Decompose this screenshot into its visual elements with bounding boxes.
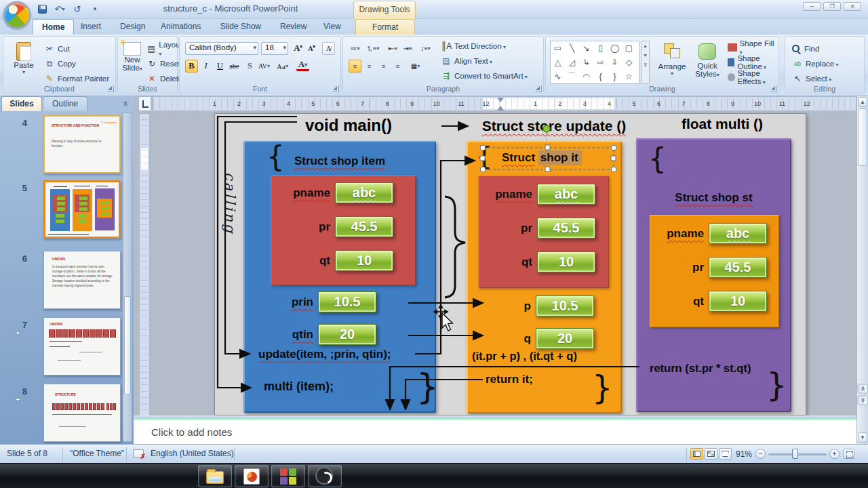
tab-outline-pane[interactable]: Outline (43, 96, 87, 111)
tab-review[interactable]: Review (271, 19, 315, 35)
panel-close-button[interactable]: x (120, 98, 131, 109)
copy-button[interactable]: ⧉Copy (43, 57, 77, 70)
text-calling-annotation[interactable]: calling (222, 172, 238, 235)
paste-button[interactable]: Paste▾ (10, 42, 37, 75)
language-indicator[interactable]: English (United States) (151, 449, 234, 458)
shape-effects-button[interactable]: Shape Effects (726, 70, 778, 83)
notes-pane[interactable]: Click to add notes (134, 418, 856, 444)
shape-gallery-scrollbar[interactable]: ▲▼⊽ (641, 41, 650, 84)
align-center-button[interactable]: ≡ (363, 60, 376, 73)
clipboard-dialog-launcher[interactable] (107, 85, 114, 92)
struct-title-it-selected[interactable]: Struct shop it (502, 151, 622, 165)
slide-thumbnail-5-current[interactable] (43, 180, 121, 239)
text-direction-button[interactable]: ║AText Direction (439, 39, 507, 52)
font-family-combo[interactable]: Calibri (Body) (185, 42, 258, 55)
select-button[interactable]: ↖Select (791, 72, 833, 85)
line-spacing-button[interactable]: ↕≡ (419, 42, 432, 55)
maximize-button[interactable]: ❐ (823, 2, 841, 11)
powerpoint-taskbar-button[interactable] (235, 465, 269, 487)
align-left-button[interactable]: ≡ (349, 60, 361, 73)
scroll-up-button[interactable]: ▲ (858, 97, 867, 107)
slide-show-button[interactable] (719, 448, 732, 460)
shape-struct-members-orange[interactable]: pnameabc pr45.5 qt10 (650, 215, 779, 327)
zoom-slider-thumb[interactable] (792, 449, 798, 459)
tab-view[interactable]: View (315, 19, 350, 35)
tab-format[interactable]: Format (355, 19, 415, 35)
cut-button[interactable]: ✂Cut (43, 42, 71, 55)
font-dialog-launcher[interactable] (332, 85, 339, 92)
shape-update-fn-box[interactable]: { Struct shop it pnameabc pr45.5 qt10 p1… (467, 141, 622, 413)
first-line-indent-marker[interactable] (497, 98, 504, 102)
new-slide-button[interactable]: New Slide▾ (119, 42, 145, 72)
decrease-indent-button[interactable]: ⇤≡ (387, 42, 399, 55)
slide-thumbnail-7[interactable]: UNIONS (43, 317, 121, 375)
tab-design[interactable]: Design (111, 19, 154, 35)
shape-outline-button[interactable]: Shape Outline (726, 56, 778, 68)
normal-view-button[interactable] (690, 448, 703, 460)
shrink-font-button[interactable]: A▾ (305, 42, 318, 55)
panel-scrollbar-thumb[interactable] (124, 296, 131, 394)
shape-fill-button[interactable]: Shape Fill (726, 41, 778, 54)
tab-slide-show[interactable]: Slide Show (212, 19, 270, 35)
text-shadow-button[interactable]: S (243, 60, 256, 73)
replace-button[interactable]: abReplace (791, 57, 840, 70)
vertical-scrollbar[interactable]: ▲ ≪ ≫ ▼ (856, 96, 868, 444)
obs-taskbar-button[interactable] (308, 465, 342, 487)
columns-button[interactable]: ▦ (409, 60, 422, 73)
shape-void-main-box[interactable]: { Struct shop item pnameabc pr45.5 qt10 … (243, 141, 436, 413)
redo-button[interactable]: ↺ (71, 3, 84, 15)
font-color-button[interactable]: A (296, 60, 309, 71)
justify-button[interactable]: ≡ (391, 60, 404, 73)
previous-slide-button[interactable]: ≪ (858, 384, 868, 394)
delete-button[interactable]: ✕Delete (145, 72, 184, 85)
tab-selector[interactable] (138, 96, 151, 111)
save-button[interactable] (35, 3, 49, 15)
stmt-multi-call[interactable]: multi (item); (264, 380, 334, 394)
slide-thumbnail-8[interactable]: STRUCTURE (43, 384, 121, 442)
tab-animations[interactable]: Animations (152, 19, 210, 35)
stmt-return-product[interactable]: return (st.pr * st.qt) (650, 362, 751, 375)
stmt-return-it[interactable]: return it; (486, 373, 533, 386)
text-struct-store-update[interactable]: Struct store update () (466, 118, 642, 134)
paragraph-dialog-launcher[interactable] (535, 85, 542, 92)
format-painter-button[interactable]: ✎Format Painter (43, 72, 111, 85)
quick-styles-button[interactable]: Quick Styles▾ (691, 43, 724, 78)
text-float-multi[interactable]: float multi () (668, 116, 776, 132)
colored-squares-app-button[interactable] (271, 465, 305, 487)
convert-smartart-button[interactable]: ⇶Convert to SmartArt (439, 69, 529, 82)
bullets-button[interactable]: ≔ (349, 42, 361, 55)
numbering-button[interactable]: ⒈≡ (366, 42, 379, 55)
tab-insert[interactable]: Insert (72, 19, 110, 35)
minimize-button[interactable]: ─ (803, 2, 821, 11)
font-size-combo[interactable]: 18 (261, 42, 288, 55)
hanging-indent-marker[interactable] (497, 106, 504, 110)
scrollbar-thumb[interactable] (858, 108, 867, 166)
shape-struct-members-red[interactable]: pnameabc pr45.5 qt10 (478, 176, 609, 288)
bold-button[interactable]: B (185, 60, 198, 73)
shape-struct-members-red[interactable]: pnameabc pr45.5 qt10 (271, 176, 416, 285)
align-text-button[interactable]: ▤Align Text (439, 54, 494, 67)
file-explorer-taskbar-button[interactable] (198, 465, 232, 487)
shape-multi-fn-box[interactable]: { Struct shop st pnameabc pr45.5 qt10 re… (636, 138, 791, 412)
align-right-button[interactable]: ≡ (377, 60, 390, 73)
zoom-in-button[interactable]: + (829, 449, 840, 459)
slide-canvas[interactable]: void main() Struct store update () float… (214, 113, 806, 415)
arrange-button[interactable]: Arrange▾ (654, 43, 690, 77)
slide-thumbnail-4[interactable]: STRUCTURE AND FUNCTION C Language Passin… (43, 115, 121, 174)
underline-button[interactable]: U (214, 60, 226, 73)
grow-font-button[interactable]: A▴ (292, 42, 304, 55)
italic-button[interactable]: I (199, 60, 212, 73)
tab-slides-pane[interactable]: Slides (1, 96, 42, 111)
change-case-button[interactable]: Aa (276, 60, 289, 73)
office-button[interactable] (3, 1, 31, 28)
slide-sorter-button[interactable] (705, 448, 717, 460)
spell-check-icon[interactable] (133, 449, 144, 458)
zoom-out-button[interactable]: − (755, 449, 766, 459)
reset-button[interactable]: ↻Reset (145, 57, 182, 70)
increase-indent-button[interactable]: ⇥≡ (401, 42, 414, 55)
next-slide-button[interactable]: ≫ (858, 396, 868, 405)
character-spacing-button[interactable]: AV (258, 60, 271, 73)
strikethrough-button[interactable]: abe (228, 60, 241, 73)
scroll-down-button[interactable]: ▼ (858, 432, 867, 443)
tab-home[interactable]: Home (33, 19, 74, 35)
